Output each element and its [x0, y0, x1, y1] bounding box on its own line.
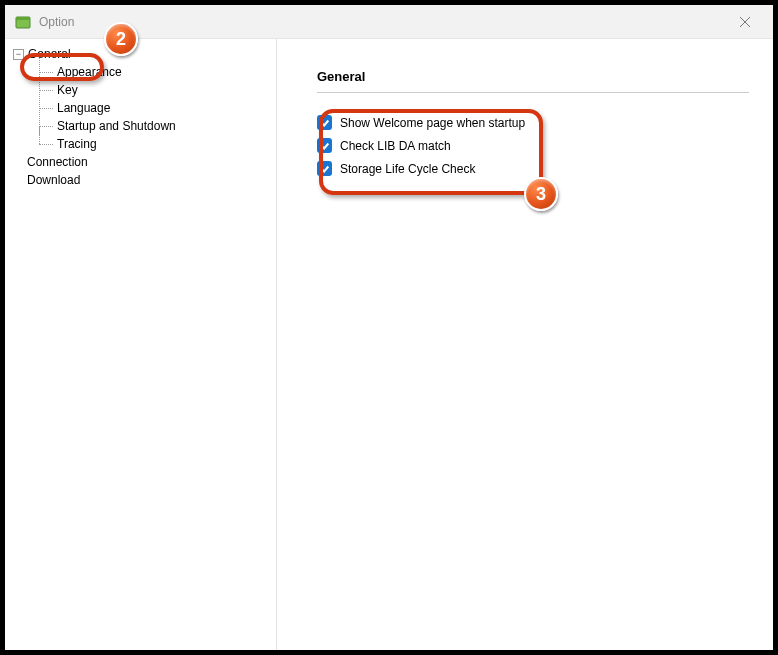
option-window: Option − General Appearance Key Language…	[0, 0, 778, 655]
tree-item-language[interactable]: Language	[9, 99, 276, 117]
options-group: Show Welcome page when startup Check LIB…	[317, 115, 749, 176]
option-label: Check LIB DA match	[340, 139, 451, 153]
tree-item-connection[interactable]: Connection	[9, 153, 276, 171]
option-label: Storage Life Cycle Check	[340, 162, 475, 176]
tree-item-appearance[interactable]: Appearance	[9, 63, 276, 81]
content-heading: General	[317, 69, 749, 84]
svg-rect-1	[16, 17, 30, 20]
titlebar: Option	[5, 5, 773, 39]
option-show-welcome[interactable]: Show Welcome page when startup	[317, 115, 749, 130]
app-icon	[15, 14, 31, 30]
tree-item-key[interactable]: Key	[9, 81, 276, 99]
option-check-lib-da[interactable]: Check LIB DA match	[317, 138, 749, 153]
close-button[interactable]	[725, 8, 765, 36]
window-title: Option	[39, 15, 74, 29]
sidebar-tree: − General Appearance Key Language Startu…	[5, 39, 277, 650]
content-pane: General Show Welcome page when startup C…	[277, 39, 773, 650]
tree-item-tracing[interactable]: Tracing	[9, 135, 276, 153]
tree-item-startup-shutdown[interactable]: Startup and Shutdown	[9, 117, 276, 135]
option-storage-life-cycle[interactable]: Storage Life Cycle Check	[317, 161, 749, 176]
option-label: Show Welcome page when startup	[340, 116, 525, 130]
divider	[317, 92, 749, 93]
checkbox-icon[interactable]	[317, 138, 332, 153]
tree-item-general[interactable]: − General	[9, 45, 276, 63]
tree-item-download[interactable]: Download	[9, 171, 276, 189]
collapse-icon[interactable]: −	[13, 49, 24, 60]
checkbox-icon[interactable]	[317, 161, 332, 176]
checkbox-icon[interactable]	[317, 115, 332, 130]
